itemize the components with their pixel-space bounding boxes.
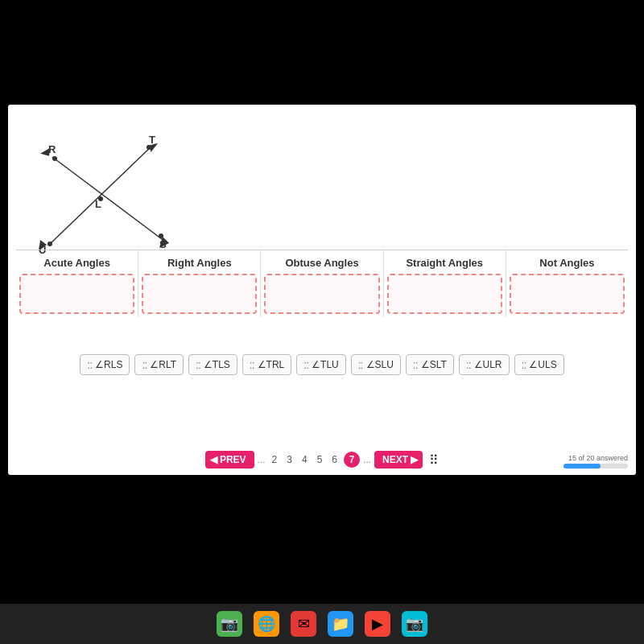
next-label: NEXT [382, 454, 408, 465]
chip-ulr-dots: :: [466, 358, 471, 371]
nav-page-3[interactable]: 3 [283, 452, 295, 467]
chips-container: :: ∠RLS :: ∠RLT :: ∠TLS :: ∠TRL :: ∠TLU … [16, 354, 628, 375]
chip-rls-dots: :: [87, 358, 92, 371]
chip-trl[interactable]: :: ∠TRL [242, 354, 291, 375]
grid-icon[interactable]: ⠿ [429, 452, 439, 468]
taskbar: 📷 🌐 ✉ 📁 ▶ 📷 [0, 604, 644, 644]
nav-page-current[interactable]: 7 [344, 452, 360, 468]
nav-page-4[interactable]: 4 [299, 452, 311, 467]
taskbar-icon-cam[interactable]: 📷 [402, 611, 427, 637]
angle-diagram: R T L U S [16, 113, 193, 258]
taskbar-icon-browser[interactable]: 🌐 [254, 611, 279, 637]
straight-drop-zone[interactable] [387, 274, 502, 314]
chip-tlu-dots: :: [303, 358, 308, 371]
acute-drop-zone[interactable] [19, 274, 134, 314]
chip-rls-label: ∠RLS [95, 359, 122, 370]
chip-uls[interactable]: :: ∠ULS [514, 354, 564, 375]
taskbar-icon-files[interactable]: 📁 [328, 611, 353, 637]
chip-tls-dots: :: [196, 358, 200, 371]
progress-bar-inner [564, 464, 601, 469]
nav-page-5[interactable]: 5 [314, 452, 326, 467]
chip-slt-dots: :: [413, 358, 418, 371]
chip-trl-dots: :: [250, 358, 254, 371]
straight-angles-label: Straight Angles [406, 257, 483, 269]
svg-point-5 [47, 242, 52, 246]
right-angles-col[interactable]: Right Angles [138, 250, 261, 317]
chip-tls-label: ∠TLS [204, 359, 230, 370]
svg-line-1 [52, 157, 165, 242]
diagram-svg: R T L U S [24, 121, 201, 270]
next-chevron-icon: ▶ [411, 454, 418, 465]
prev-label: PREV [220, 454, 246, 465]
prev-button[interactable]: ◀ PREV [205, 451, 254, 469]
progress-area: 15 of 20 answered [564, 454, 628, 469]
chip-slt[interactable]: :: ∠SLT [406, 354, 454, 375]
nav-dots-right: ... [363, 454, 371, 465]
not-drop-zone[interactable] [510, 274, 625, 314]
obtuse-angles-col[interactable]: Obtuse Angles [261, 250, 383, 317]
not-angles-label: Not Angles [539, 257, 594, 269]
taskbar-icon-mail[interactable]: ✉ [291, 611, 316, 637]
chip-trl-label: ∠TRL [258, 359, 285, 370]
chip-slu[interactable]: :: ∠SLU [351, 354, 401, 375]
chip-rlt-label: ∠RLT [150, 359, 176, 370]
next-button[interactable]: NEXT ▶ [374, 451, 423, 469]
nav-page-6[interactable]: 6 [328, 452, 341, 467]
chip-rlt-dots: :: [142, 358, 147, 371]
not-angles-col[interactable]: Not Angles [506, 250, 628, 317]
chip-slu-dots: :: [358, 358, 363, 371]
navigation-bar: ◀ PREV ... 2 3 4 5 6 7 ... NEXT ▶ ⠿ [8, 451, 636, 469]
right-drop-zone[interactable] [142, 274, 257, 314]
chip-tls[interactable]: :: ∠TLS [188, 354, 237, 375]
progress-text: 15 of 20 answered [568, 454, 628, 462]
chip-slu-label: ∠SLU [366, 359, 394, 370]
taskbar-icon-photo[interactable]: 📷 [217, 611, 242, 637]
acute-angles-label: Acute Angles [43, 257, 110, 269]
nav-dots-left: ... [258, 454, 266, 465]
taskbar-icon-video[interactable]: ▶ [365, 611, 390, 637]
prev-chevron-icon: ◀ [210, 454, 217, 465]
chip-tlu-label: ∠TLU [312, 359, 339, 370]
obtuse-angles-label: Obtuse Angles [285, 257, 358, 269]
chip-rlt[interactable]: :: ∠RLT [134, 354, 184, 375]
chip-uls-label: ∠ULS [529, 359, 556, 370]
right-angles-label: Right Angles [167, 257, 232, 269]
chip-tlu[interactable]: :: ∠TLU [296, 354, 345, 375]
chip-rls[interactable]: :: ∠RLS [80, 354, 130, 375]
categories-container: Acute Angles Right Angles Obtuse Angles … [16, 250, 628, 317]
straight-angles-col[interactable]: Straight Angles [384, 250, 506, 317]
nav-page-2[interactable]: 2 [269, 452, 281, 467]
chip-uls-dots: :: [522, 358, 526, 371]
label-t: T [149, 134, 155, 146]
obtuse-drop-zone[interactable] [264, 274, 379, 314]
svg-line-0 [48, 145, 153, 246]
progress-bar-outer [564, 464, 628, 469]
svg-point-4 [98, 196, 103, 201]
acute-angles-col[interactable]: Acute Angles [16, 250, 138, 317]
svg-point-2 [52, 156, 57, 161]
chip-ulr[interactable]: :: ∠ULR [459, 354, 510, 375]
chip-slt-label: ∠SLT [421, 359, 447, 370]
chip-ulr-label: ∠ULR [474, 359, 502, 370]
